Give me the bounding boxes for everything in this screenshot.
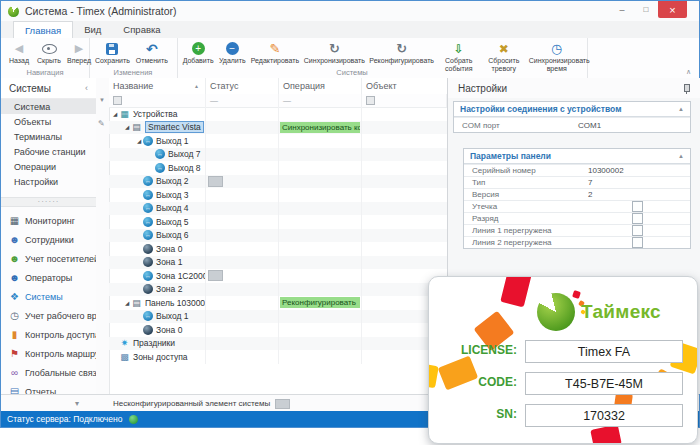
column-header-operation[interactable]: Операция	[279, 78, 362, 94]
clock-icon	[551, 41, 562, 56]
hide-button[interactable]: Скрыть	[34, 40, 64, 65]
timex-logo-icon	[537, 293, 575, 331]
synchronize-button[interactable]: Синхронизировать	[302, 40, 368, 65]
table-row[interactable]: Выход 7	[109, 148, 447, 162]
download-icon	[454, 41, 464, 56]
close-button[interactable]	[658, 1, 687, 18]
edit-button[interactable]: Редактировать	[248, 40, 301, 65]
module-monitoring[interactable]: Мониторинг	[1, 211, 96, 230]
table-row[interactable]: Выход 3	[109, 188, 447, 202]
minimize-button[interactable]	[610, 1, 634, 18]
table-row[interactable]: Выход 1	[109, 310, 447, 324]
table-row[interactable]: Зона 0	[109, 323, 447, 337]
expand-toggle-icon[interactable]	[123, 124, 131, 130]
setting-row[interactable]: Утечка	[464, 200, 690, 212]
column-header-status[interactable]: Статус	[206, 78, 279, 94]
logo-dot	[572, 290, 581, 299]
unconfigured-swatch	[208, 270, 223, 281]
table-row[interactable]: Зона 1	[109, 256, 447, 270]
door-icon	[8, 329, 21, 340]
table-row[interactable]: Выход 1	[109, 134, 447, 148]
sidebar-item-obekty[interactable]: Объекты	[1, 114, 96, 129]
report-icon	[8, 386, 21, 394]
sync-time-button[interactable]: Синхронизировать время	[526, 40, 587, 73]
table-row[interactable]: Зоны доступа	[109, 350, 447, 364]
checkbox[interactable]	[632, 225, 643, 236]
setting-row[interactable]: Линия 2 перегружена	[464, 236, 690, 248]
server-status-dot	[129, 415, 138, 424]
floppy-icon	[106, 43, 118, 55]
tab-vid[interactable]: Вид	[73, 21, 112, 38]
table-row[interactable]: Выход 4	[109, 202, 447, 216]
delete-button[interactable]: Удалить	[216, 40, 248, 65]
sidebar-item-sistema[interactable]: Система	[1, 99, 96, 114]
column-header-object[interactable]: Объект	[362, 78, 447, 94]
setting-row[interactable]: Версия 2	[464, 188, 690, 200]
maximize-button[interactable]	[634, 1, 658, 18]
filter-row[interactable]: — —	[109, 94, 447, 108]
edit-marker-icon	[98, 119, 105, 128]
chevron-down-icon[interactable]	[75, 399, 79, 408]
table-row[interactable]: Выход 2	[109, 175, 447, 189]
filter-funnel-icon[interactable]	[99, 97, 105, 103]
sidebar-item-rabochie-stantsii[interactable]: Рабочие станции	[1, 144, 96, 159]
expand-toggle-icon[interactable]	[123, 300, 131, 306]
module-reports[interactable]: Отчеты	[1, 382, 96, 394]
checkbox[interactable]	[632, 201, 643, 212]
table-row[interactable]: Устройства	[109, 107, 447, 121]
module-employees[interactable]: Сотрудники	[1, 230, 96, 249]
sidebar-collapse-icon[interactable]	[85, 83, 88, 93]
table-row[interactable]: Зона 2	[109, 283, 447, 297]
table-row-selected[interactable]: Smartec Vista Синхронизировать конфи…	[109, 121, 447, 135]
undo-button[interactable]: Отменить	[133, 40, 171, 65]
module-operators[interactable]: Операторы	[1, 268, 96, 287]
module-visitors[interactable]: Учет посетителей	[1, 249, 96, 268]
sidebar-item-nastroyki[interactable]: Настройки	[1, 174, 96, 189]
table-row[interactable]: Выход 6	[109, 229, 447, 243]
back-button[interactable]: Назад	[4, 40, 34, 65]
setting-row[interactable]: Разряд	[464, 212, 690, 224]
filter-icon[interactable]	[113, 96, 122, 105]
filter-icon[interactable]	[366, 96, 375, 105]
sidebar-splitter[interactable]	[1, 197, 96, 207]
zone-icon	[143, 244, 153, 254]
reconfigure-button[interactable]: Реконфигурировать	[367, 40, 436, 65]
module-global-links[interactable]: Глобальные связи	[1, 363, 96, 382]
add-button[interactable]: Добавить	[180, 40, 216, 65]
collapse-section-icon[interactable]	[678, 106, 684, 112]
tab-glavnaya[interactable]: Главная	[13, 21, 73, 38]
tab-spravka[interactable]: Справка	[112, 21, 171, 38]
table-row[interactable]: Зона 0	[109, 242, 447, 256]
pin-icon[interactable]	[684, 84, 690, 92]
reconfigure-icon	[396, 41, 407, 56]
forward-icon	[75, 41, 83, 56]
save-button[interactable]: Сохранить	[92, 40, 133, 65]
module-worktime[interactable]: Учет рабочего времени	[1, 306, 96, 325]
setting-row[interactable]: Серийный номер 10300002	[464, 164, 690, 176]
sidebar-header: Системы	[9, 83, 51, 94]
sidebar-item-operatsii[interactable]: Операции	[1, 159, 96, 174]
table-row[interactable]: Панель 103000… Реконфигурировать	[109, 296, 447, 310]
ribbon-tabs: Главная Вид Справка	[1, 21, 699, 39]
expand-toggle-icon[interactable]	[135, 138, 143, 144]
module-access-control[interactable]: Контроль доступа	[1, 325, 96, 344]
checkbox[interactable]	[632, 237, 643, 248]
setting-row[interactable]: COM порт COM1	[454, 117, 690, 132]
table-row[interactable]: Праздники	[109, 337, 447, 351]
checkbox[interactable]	[632, 213, 643, 224]
table-row[interactable]: Выход 8	[109, 161, 447, 175]
ribbon-collapse-icon[interactable]	[686, 68, 691, 76]
table-row[interactable]: Зона 1С200020	[109, 269, 447, 283]
output-icon	[143, 217, 153, 227]
setting-row[interactable]: Тип 7	[464, 176, 690, 188]
module-systems[interactable]: Системы	[1, 287, 96, 306]
sidebar-item-terminaly[interactable]: Терминалы	[1, 129, 96, 144]
module-route-control[interactable]: Контроль маршрутов	[1, 344, 96, 363]
zone-icon	[143, 325, 153, 335]
setting-row[interactable]: Линия 1 перегружена	[464, 224, 690, 236]
column-header-name[interactable]: Название	[109, 78, 206, 94]
expand-toggle-icon[interactable]	[111, 111, 119, 117]
devices-icon	[119, 109, 130, 119]
collapse-section-icon[interactable]	[678, 153, 684, 159]
table-row[interactable]: Выход 5	[109, 215, 447, 229]
